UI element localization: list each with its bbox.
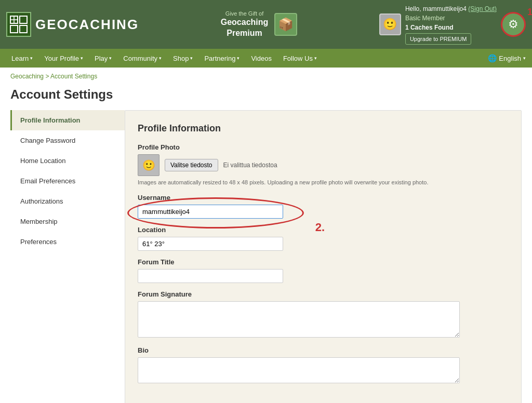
nav-left: Learn ▾ Your Profile ▾ Play ▾ Community … (6, 50, 322, 66)
nav-item-shop[interactable]: Shop ▾ (168, 50, 198, 66)
section-title: Profile Information (138, 123, 509, 134)
forum-title-input[interactable] (138, 269, 283, 283)
sidebar-item-home-location[interactable]: Home Location (10, 151, 125, 171)
breadcrumb-separator: > (45, 73, 49, 80)
sidebar-item-profile-information[interactable]: Profile Information (10, 110, 125, 130)
chevron-down-icon: ▾ (81, 56, 83, 61)
chevron-down-icon: ▾ (159, 56, 162, 61)
sidebar-item-authorizations[interactable]: Authorizations (10, 191, 125, 211)
svg-rect-0 (8, 14, 29, 35)
username-input[interactable] (138, 205, 283, 219)
sidebar-item-email-preferences[interactable]: Email Preferences (10, 171, 125, 191)
chevron-down-icon: ▾ (523, 56, 526, 61)
profile-photo-row: 🙂 Valitse tiedosto Ei valittua tiedostoa (138, 154, 509, 176)
caches-found: 1 Caches Found (405, 23, 497, 32)
profile-photo-label: Profile Photo (138, 143, 509, 151)
sidebar-item-change-password[interactable]: Change Password (10, 130, 125, 151)
logo-icon (6, 12, 31, 37)
site-header: GEOCACHING Give the Gift of Geocaching P… (0, 0, 532, 49)
nav-item-follow-us[interactable]: Follow Us ▾ (278, 50, 322, 66)
username-wrapper: 2. (138, 205, 283, 219)
sidebar-item-membership[interactable]: Membership (10, 211, 125, 232)
annotation-1: 1. (527, 7, 532, 18)
bio-label: Bio (138, 346, 509, 354)
breadcrumb-root[interactable]: Geocaching (10, 73, 44, 80)
username-label: Username (138, 194, 509, 202)
right-panel: Profile Information Profile Photo 🙂 Vali… (125, 110, 522, 403)
chevron-down-icon: ▾ (190, 56, 193, 61)
nav-item-your-profile[interactable]: Your Profile ▾ (39, 50, 88, 66)
avatar: 🙂 (138, 154, 159, 176)
chevron-down-icon: ▾ (314, 56, 317, 61)
forum-signature-label: Forum Signature (138, 290, 509, 298)
forum-title-field: Forum Title (138, 258, 509, 283)
user-hello: Hello, mammuttikeijo4 (Sign Out) (405, 4, 497, 14)
give-text: Give the Gift of (221, 10, 269, 17)
page-title: Account Settings (0, 85, 532, 110)
globe-icon: 🌐 (488, 54, 497, 62)
forum-signature-input[interactable] (138, 301, 460, 338)
nav-item-play[interactable]: Play ▾ (89, 50, 117, 66)
sidebar-item-preferences[interactable]: Preferences (10, 232, 125, 252)
sidebar: Profile Information Change Password Home… (10, 110, 125, 403)
nav-item-community[interactable]: Community ▾ (118, 50, 167, 66)
premium-box: Give the Gift of Geocaching Premium (221, 10, 269, 39)
annotation-2: 2. (315, 221, 325, 234)
no-file-text: Ei valittua tiedostoa (223, 162, 277, 169)
username-field: Username 2. (138, 194, 509, 219)
breadcrumb: Geocaching > Account Settings (0, 68, 532, 85)
user-avatar: 🙂 (379, 14, 401, 35)
navigation-bar: Learn ▾ Your Profile ▾ Play ▾ Community … (0, 49, 532, 68)
bio-field: Bio (138, 346, 509, 385)
member-type: Basic Member (405, 14, 497, 23)
location-input[interactable] (138, 237, 283, 251)
breadcrumb-current: Account Settings (50, 73, 97, 80)
signout-link[interactable]: (Sign Out) (468, 5, 497, 12)
nav-right: 🌐 English ▾ (488, 54, 526, 62)
photo-hint: Images are automatically resized to 48 x… (138, 179, 509, 185)
forum-signature-field: Forum Signature (138, 290, 509, 339)
forum-title-label: Forum Title (138, 258, 509, 266)
chevron-down-icon: ▾ (109, 56, 112, 61)
language-selector[interactable]: English (499, 55, 521, 62)
chevron-down-icon: ▾ (237, 56, 240, 61)
geocaching-cube-icon: 📦 (274, 13, 297, 36)
logo-area: GEOCACHING (6, 12, 139, 37)
header-right: 🙂 Hello, mammuttikeijo4 (Sign Out) Basic… (379, 4, 526, 45)
nav-item-videos[interactable]: Videos (246, 50, 277, 66)
file-upload-button[interactable]: Valitse tiedosto (165, 159, 218, 171)
user-info: Hello, mammuttikeijo4 (Sign Out) Basic M… (405, 4, 497, 45)
profile-photo-field: Profile Photo 🙂 Valitse tiedosto Ei vali… (138, 143, 509, 185)
nav-item-partnering[interactable]: Partnering ▾ (199, 50, 245, 66)
logo-text: GEOCACHING (35, 17, 139, 33)
gear-settings-button[interactable]: ⚙ (501, 12, 526, 37)
premium-title: Geocaching Premium (221, 17, 269, 39)
main-content: Profile Information Change Password Home… (0, 110, 532, 403)
nav-item-learn[interactable]: Learn ▾ (6, 50, 38, 66)
upgrade-button[interactable]: Upgrade to PREMIUM (405, 33, 471, 45)
bio-input[interactable] (138, 357, 460, 383)
chevron-down-icon: ▾ (30, 56, 33, 61)
header-center: Give the Gift of Geocaching Premium 📦 (221, 10, 298, 39)
